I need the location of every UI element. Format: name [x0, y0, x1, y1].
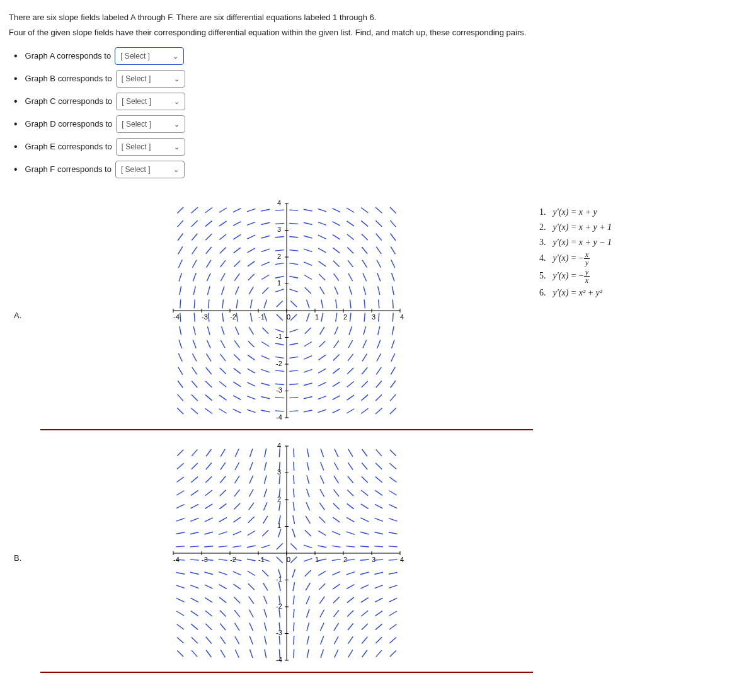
svg-line-108	[236, 299, 238, 308]
svg-line-520	[348, 650, 353, 657]
svg-line-489	[321, 636, 324, 645]
select-placeholder: [ Select ]	[121, 164, 151, 175]
svg-line-538	[362, 624, 368, 630]
svg-line-445	[278, 582, 280, 591]
equation: 5. y′(x) = −yx	[539, 268, 747, 284]
svg-line-102	[233, 382, 241, 387]
svg-line-270	[377, 273, 381, 281]
svg-line-206	[319, 274, 325, 280]
svg-line-289	[391, 233, 396, 240]
svg-line-451	[279, 502, 280, 511]
svg-line-401	[233, 531, 241, 535]
svg-line-218	[335, 326, 338, 335]
svg-line-368	[204, 546, 213, 547]
svg-line-87	[220, 368, 226, 374]
svg-line-49	[178, 233, 183, 240]
svg-text:-1: -1	[276, 575, 282, 583]
svg-line-469	[294, 475, 294, 484]
svg-line-132	[261, 410, 270, 412]
svg-line-502	[321, 462, 324, 470]
svg-line-138	[262, 328, 268, 334]
svg-line-345	[192, 637, 198, 643]
match-list: Graph A corresponds to[ Select ]⌄Graph B…	[9, 47, 747, 178]
svg-line-572	[389, 598, 397, 602]
svg-line-381	[219, 585, 227, 589]
svg-line-119	[248, 369, 255, 373]
svg-line-123	[250, 313, 252, 322]
match-label: Graph C corresponds to	[25, 95, 113, 108]
svg-line-434	[263, 516, 268, 524]
svg-line-339	[176, 505, 185, 508]
svg-line-379	[220, 611, 226, 617]
svg-line-460	[293, 595, 294, 604]
svg-line-241	[347, 234, 354, 240]
match-select-a[interactable]: [ Select ]⌄	[115, 47, 184, 65]
svg-line-539	[361, 611, 368, 616]
svg-text:1: 1	[277, 279, 281, 287]
svg-text:-4: -4	[276, 656, 282, 663]
match-select-b[interactable]: [ Select ]⌄	[116, 70, 185, 88]
svg-line-164	[289, 411, 298, 411]
svg-line-366	[204, 572, 213, 575]
svg-line-506	[334, 623, 339, 631]
svg-line-259	[361, 207, 368, 212]
svg-line-246	[362, 381, 368, 387]
svg-line-400	[232, 546, 241, 547]
svg-line-385	[219, 532, 227, 534]
svg-line-481	[305, 530, 311, 536]
svg-line-583	[390, 450, 396, 456]
svg-line-361	[206, 637, 212, 644]
svg-line-402	[234, 517, 241, 522]
svg-line-352	[190, 546, 199, 547]
svg-line-363	[205, 611, 212, 616]
svg-line-558	[374, 572, 383, 574]
match-select-e[interactable]: [ Select ]⌄	[116, 138, 185, 156]
svg-line-240	[347, 247, 353, 253]
svg-line-443	[279, 609, 280, 618]
equation: 1. y′(x) = x + y	[539, 205, 747, 219]
match-select-d[interactable]: [ Select ]⌄	[116, 115, 185, 133]
svg-line-182	[304, 383, 312, 386]
svg-line-150	[275, 384, 284, 384]
svg-line-406	[235, 462, 239, 470]
svg-line-225	[333, 234, 340, 239]
svg-line-364	[205, 598, 212, 603]
svg-line-350	[190, 572, 199, 574]
svg-line-410	[249, 623, 253, 631]
svg-line-455	[279, 449, 280, 457]
svg-line-266	[378, 326, 380, 335]
chevron-down-icon: ⌄	[174, 142, 180, 152]
chevron-down-icon: ⌄	[174, 96, 180, 107]
svg-text:1: 1	[315, 313, 319, 321]
svg-line-131	[247, 209, 255, 211]
svg-line-273	[376, 234, 382, 241]
match-item: Graph B corresponds to[ Select ]⌄	[14, 70, 747, 88]
svg-line-544	[360, 546, 369, 547]
svg-line-59	[194, 313, 195, 322]
svg-line-237	[349, 286, 352, 294]
svg-line-167	[289, 370, 298, 372]
svg-line-199	[318, 369, 326, 373]
svg-line-158	[275, 277, 284, 278]
svg-line-371	[205, 504, 212, 509]
svg-line-57	[193, 340, 196, 348]
svg-line-181	[304, 397, 312, 399]
svg-line-72	[206, 353, 211, 361]
svg-line-540	[361, 598, 369, 603]
match-item: Graph F corresponds to[ Select ]⌄	[14, 161, 747, 178]
equation: 6. y′(x) = x² + y²	[539, 286, 747, 299]
svg-line-234	[349, 326, 352, 335]
svg-line-522	[348, 623, 353, 630]
svg-line-386	[219, 517, 227, 522]
svg-line-183	[304, 369, 312, 372]
svg-line-414	[248, 571, 255, 575]
svg-line-221	[335, 287, 338, 295]
match-select-f[interactable]: [ Select ]⌄	[115, 161, 185, 178]
svg-line-281	[392, 340, 394, 348]
svg-line-519	[335, 449, 338, 457]
svg-line-330	[177, 624, 184, 629]
svg-line-208	[318, 248, 326, 253]
svg-line-116	[247, 410, 255, 412]
match-select-c[interactable]: [ Select ]⌄	[116, 93, 185, 110]
svg-line-356	[191, 490, 198, 495]
